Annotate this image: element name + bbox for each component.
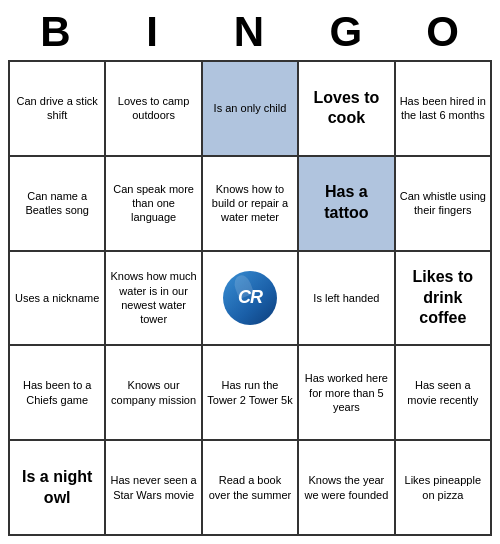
cell-text-2: Is an only child <box>214 101 287 115</box>
cell-text-1: Loves to camp outdoors <box>110 94 196 123</box>
bingo-cell-8: Has a tattoo <box>299 157 395 252</box>
cell-text-23: Knows the year we were founded <box>303 473 389 502</box>
cell-text-20: Is a night owl <box>14 467 100 509</box>
bingo-cell-24: Likes pineapple on pizza <box>396 441 492 536</box>
cell-text-0: Can drive a stick shift <box>14 94 100 123</box>
bingo-cell-17: Has run the Tower 2 Tower 5k <box>203 346 299 441</box>
bingo-cell-0: Can drive a stick shift <box>10 62 106 157</box>
letter-i: I <box>109 8 197 56</box>
cell-text-19: Has seen a movie recently <box>400 378 486 407</box>
cell-text-16: Knows our company mission <box>110 378 196 407</box>
cr-logo: CR <box>223 271 277 325</box>
cell-text-4: Has been hired in the last 6 months <box>400 94 486 123</box>
cell-text-22: Read a book over the summer <box>207 473 293 502</box>
bingo-cell-1: Loves to camp outdoors <box>106 62 202 157</box>
bingo-cell-13: Is left handed <box>299 252 395 347</box>
cell-text-9: Can whistle using their fingers <box>400 189 486 218</box>
bingo-cell-10: Uses a nickname <box>10 252 106 347</box>
bingo-cell-3: Loves to cook <box>299 62 395 157</box>
bingo-cell-12: CR <box>203 252 299 347</box>
cell-text-18: Has worked here for more than 5 years <box>303 371 389 414</box>
bingo-cell-21: Has never seen a Star Wars movie <box>106 441 202 536</box>
bingo-cell-14: Likes to drink coffee <box>396 252 492 347</box>
bingo-cell-4: Has been hired in the last 6 months <box>396 62 492 157</box>
cell-text-15: Has been to a Chiefs game <box>14 378 100 407</box>
cell-text-7: Knows how to build or repair a water met… <box>207 182 293 225</box>
bingo-cell-16: Knows our company mission <box>106 346 202 441</box>
bingo-cell-6: Can speak more than one language <box>106 157 202 252</box>
cell-text-5: Can name a Beatles song <box>14 189 100 218</box>
cell-text-17: Has run the Tower 2 Tower 5k <box>207 378 293 407</box>
letter-g: G <box>303 8 391 56</box>
bingo-cell-20: Is a night owl <box>10 441 106 536</box>
bingo-cell-19: Has seen a movie recently <box>396 346 492 441</box>
bingo-cell-7: Knows how to build or repair a water met… <box>203 157 299 252</box>
bingo-cell-2: Is an only child <box>203 62 299 157</box>
letter-o: O <box>400 8 488 56</box>
cell-text-21: Has never seen a Star Wars movie <box>110 473 196 502</box>
bingo-grid: Can drive a stick shiftLoves to camp out… <box>8 60 492 536</box>
cell-text-10: Uses a nickname <box>15 291 99 305</box>
bingo-cell-15: Has been to a Chiefs game <box>10 346 106 441</box>
bingo-cell-5: Can name a Beatles song <box>10 157 106 252</box>
bingo-cell-23: Knows the year we were founded <box>299 441 395 536</box>
bingo-cell-22: Read a book over the summer <box>203 441 299 536</box>
cell-text-24: Likes pineapple on pizza <box>400 473 486 502</box>
cell-text-6: Can speak more than one language <box>110 182 196 225</box>
bingo-title: B I N G O <box>8 8 492 56</box>
bingo-cell-18: Has worked here for more than 5 years <box>299 346 395 441</box>
bingo-cell-11: Knows how much water is in our newest wa… <box>106 252 202 347</box>
bingo-cell-9: Can whistle using their fingers <box>396 157 492 252</box>
letter-n: N <box>206 8 294 56</box>
letter-b: B <box>12 8 100 56</box>
cell-text-14: Likes to drink coffee <box>400 267 486 329</box>
cell-text-8: Has a tattoo <box>303 182 389 224</box>
cell-text-13: Is left handed <box>313 291 379 305</box>
cell-text-3: Loves to cook <box>303 88 389 130</box>
cell-text-11: Knows how much water is in our newest wa… <box>110 269 196 326</box>
